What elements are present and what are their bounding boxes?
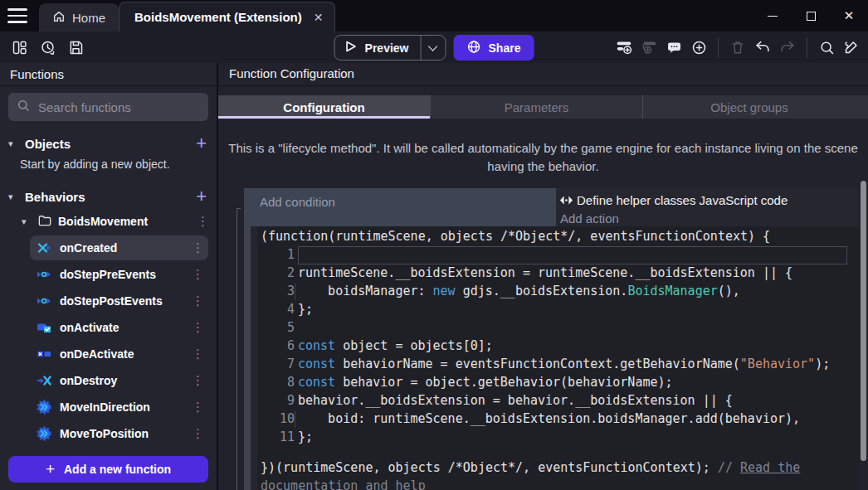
- item-menu-button[interactable]: ⋮: [192, 426, 203, 441]
- js-event-title[interactable]: Define helper classes JavaScript code: [577, 193, 788, 207]
- comment-icon[interactable]: [663, 36, 685, 58]
- play-icon: [346, 41, 357, 55]
- toolbar-divider: [807, 37, 807, 58]
- code-line-6: 6const object = objects[0];: [261, 337, 847, 356]
- chevron-down-icon[interactable]: ▾: [8, 192, 18, 202]
- item-menu-button[interactable]: ⋮: [192, 240, 203, 255]
- line-number: 1: [261, 246, 295, 264]
- preview-button[interactable]: Preview: [334, 35, 446, 61]
- function-item-doStepPostEvents[interactable]: doStepPostEvents⋮: [30, 289, 208, 313]
- item-menu-button[interactable]: ⋮: [192, 347, 203, 361]
- function-item-doStepPreEvents[interactable]: doStepPreEvents⋮: [30, 262, 208, 287]
- event-drag-handle[interactable]: [244, 188, 251, 490]
- add-function-button[interactable]: + Add a new function: [8, 456, 208, 483]
- line-number: 11: [261, 429, 295, 447]
- function-item-label: doStepPostEvents: [60, 294, 183, 308]
- search-icon[interactable]: [816, 36, 837, 58]
- code-line-content: runtimeScene.__boidsExtension = runtimeS…: [298, 264, 847, 283]
- tab-configuration[interactable]: Configuration: [218, 95, 431, 119]
- search-functions-box[interactable]: [8, 93, 208, 121]
- item-menu-button[interactable]: ⋮: [192, 294, 203, 308]
- toolbar-right-group: [613, 36, 862, 58]
- line-number: 5: [261, 319, 295, 337]
- extension-tab-label: BoidsMovement (Extension): [134, 10, 302, 24]
- code-line-5: 5: [261, 319, 847, 337]
- minimize-button[interactable]: [753, 0, 792, 32]
- chevron-down-icon[interactable]: ▾: [8, 138, 18, 149]
- lifecycle-description: This is a "lifecycle method". It will be…: [224, 139, 863, 176]
- add-condition-button[interactable]: Add condition: [251, 188, 556, 226]
- scrollbar-thumb[interactable]: [861, 181, 866, 461]
- home-tab[interactable]: Home: [39, 3, 119, 32]
- function-item-onActivate[interactable]: onActivate⋮: [30, 315, 208, 340]
- add-function-label: Add a new function: [64, 463, 171, 476]
- code-line-11: 11};: [261, 429, 847, 447]
- history-icon[interactable]: [37, 36, 58, 58]
- group-menu-button[interactable]: ⋮: [197, 214, 208, 229]
- add-subevent-icon[interactable]: [638, 36, 660, 58]
- save-icon[interactable]: [65, 36, 86, 58]
- add-behavior-button[interactable]: +: [196, 188, 207, 205]
- preview-label: Preview: [365, 41, 409, 55]
- code-line-4: 4};: [261, 301, 847, 319]
- code-editor[interactable]: (function(runtimeScene, objects /*Object…: [257, 226, 859, 490]
- search-functions-input[interactable]: [38, 100, 203, 114]
- line-number: 2: [261, 264, 295, 283]
- step-events-icon: [37, 267, 51, 282]
- code-line-3: 3 boidsManager: new gdjs.__boidsExtensio…: [261, 283, 847, 301]
- redo-icon[interactable]: [777, 36, 798, 58]
- function-item-onDeActivate[interactable]: onDeActivate⋮: [30, 342, 208, 366]
- close-window-button[interactable]: ✕: [830, 0, 868, 32]
- chevron-down-icon[interactable]: ▾: [22, 216, 32, 227]
- toolbar-left-group: [8, 36, 86, 58]
- add-object-button[interactable]: +: [196, 135, 207, 152]
- chevron-down-icon: [428, 41, 437, 51]
- behavior-group-row[interactable]: ▾ BoidsMovement ⋮: [0, 209, 217, 234]
- preview-dropdown-button[interactable]: [421, 36, 446, 60]
- undo-icon[interactable]: [752, 36, 773, 58]
- trash-icon[interactable]: [727, 36, 749, 58]
- function-item-onDestroy[interactable]: onDestroy⋮: [30, 368, 208, 393]
- gear-icon: [37, 426, 51, 441]
- code-line-content: boid: runtimeScene.__boidsExtension.boid…: [298, 410, 847, 429]
- share-button[interactable]: Share: [454, 35, 534, 61]
- function-item-MoveToPosition[interactable]: MoveToPosition⋮: [30, 421, 208, 446]
- main-scrollbar[interactable]: [860, 174, 867, 490]
- code-line-content: boidsManager: new gdjs.__boidsExtension.…: [298, 283, 847, 301]
- line-number: 3: [261, 283, 295, 301]
- objects-section-header[interactable]: ▾ Objects +: [0, 131, 217, 156]
- deactivate-icon: [37, 347, 51, 361]
- add-event-icon[interactable]: [613, 36, 635, 58]
- item-menu-button[interactable]: ⋮: [192, 320, 203, 335]
- tab-parameters[interactable]: Parameters: [431, 95, 643, 119]
- close-tab-icon[interactable]: ✕: [314, 11, 324, 24]
- circle-plus-icon[interactable]: [688, 36, 710, 58]
- item-menu-button[interactable]: ⋮: [192, 373, 203, 388]
- code-line-content: const object = objects[0];: [298, 337, 847, 356]
- behaviors-section-header[interactable]: ▾ Behaviors +: [0, 184, 217, 209]
- function-item-MoveInDirection[interactable]: MoveInDirection⋮: [30, 395, 208, 420]
- add-action-button[interactable]: Add action: [560, 209, 859, 227]
- item-menu-button[interactable]: ⋮: [192, 267, 203, 282]
- toolbar-center-group: Preview Share: [334, 35, 534, 61]
- hamburger-menu-button[interactable]: [7, 8, 27, 23]
- line-number: 10: [261, 410, 295, 429]
- item-menu-button[interactable]: ⋮: [192, 400, 203, 415]
- event-sheet: Add condition Define helper classes Java…: [244, 188, 859, 490]
- toolbar: Preview Share: [0, 32, 868, 63]
- function-item-onCreated[interactable]: onCreated⋮: [30, 235, 208, 260]
- code-line-2: 2runtimeScene.__boidsExtension = runtime…: [261, 264, 847, 283]
- preview-button-main[interactable]: Preview: [335, 41, 421, 55]
- extension-tab[interactable]: BoidsMovement (Extension) ✕: [119, 2, 335, 32]
- panels-icon[interactable]: [8, 36, 30, 58]
- tab-object-groups[interactable]: Object groups: [643, 95, 856, 119]
- maximize-button[interactable]: [792, 0, 830, 32]
- function-item-label: MoveInDirection: [60, 400, 183, 414]
- code-line-10: 10 boid: runtimeScene.__boidsExtension.b…: [261, 410, 847, 429]
- function-item-label: MoveToPosition: [60, 427, 183, 440]
- edit-extension-icon[interactable]: [841, 36, 862, 58]
- function-item-label: onDestroy: [60, 374, 183, 387]
- code-line-content: [298, 319, 847, 337]
- on-created-icon: [37, 240, 51, 255]
- function-item-label: onCreated: [60, 241, 183, 255]
